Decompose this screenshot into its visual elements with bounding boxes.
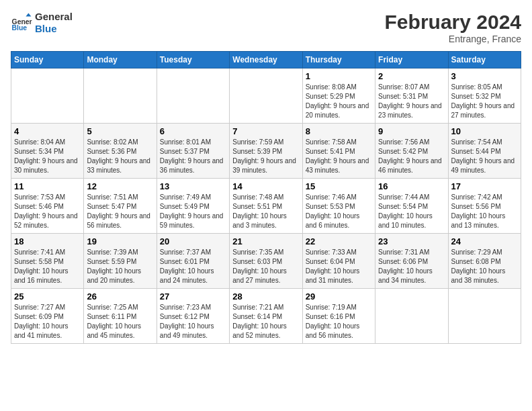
calendar-week-row: 4Sunrise: 8:04 AM Sunset: 5:34 PM Daylig…: [11, 124, 521, 179]
calendar-cell: 9Sunrise: 7:56 AM Sunset: 5:42 PM Daylig…: [375, 124, 448, 179]
calendar-cell: 12Sunrise: 7:51 AM Sunset: 5:47 PM Dayli…: [84, 179, 157, 234]
day-info: Sunrise: 7:51 AM Sunset: 5:47 PM Dayligh…: [87, 193, 153, 230]
calendar-day-header: Saturday: [448, 52, 521, 68]
day-info: Sunrise: 7:31 AM Sunset: 6:06 PM Dayligh…: [378, 248, 445, 285]
calendar-cell: 28Sunrise: 7:21 AM Sunset: 6:14 PM Dayli…: [230, 289, 302, 344]
day-number: 10: [451, 126, 518, 136]
calendar-cell: [11, 68, 84, 124]
day-info: Sunrise: 8:08 AM Sunset: 5:29 PM Dayligh…: [306, 83, 372, 120]
day-number: 24: [451, 236, 518, 246]
day-number: 28: [232, 291, 299, 302]
day-number: 16: [378, 181, 445, 191]
day-info: Sunrise: 7:44 AM Sunset: 5:54 PM Dayligh…: [378, 193, 445, 230]
svg-marker-2: [26, 13, 31, 17]
day-info: Sunrise: 7:41 AM Sunset: 5:58 PM Dayligh…: [14, 248, 81, 285]
day-number: 1: [306, 71, 372, 81]
calendar-cell: 13Sunrise: 7:49 AM Sunset: 5:49 PM Dayli…: [157, 179, 229, 234]
calendar-cell: 17Sunrise: 7:42 AM Sunset: 5:56 PM Dayli…: [448, 179, 521, 234]
logo-blue: Blue: [35, 23, 73, 35]
day-info: Sunrise: 7:29 AM Sunset: 6:08 PM Dayligh…: [451, 248, 518, 285]
calendar-cell: 27Sunrise: 7:23 AM Sunset: 6:12 PM Dayli…: [157, 289, 229, 344]
day-info: Sunrise: 7:39 AM Sunset: 5:59 PM Dayligh…: [87, 248, 153, 285]
calendar-subtitle: Entrange, France: [385, 34, 521, 44]
calendar-cell: 26Sunrise: 7:25 AM Sunset: 6:11 PM Dayli…: [84, 289, 157, 344]
calendar-cell: 8Sunrise: 7:58 AM Sunset: 5:41 PM Daylig…: [302, 124, 375, 179]
calendar-cell: 21Sunrise: 7:35 AM Sunset: 6:03 PM Dayli…: [230, 234, 302, 289]
calendar-cell: 5Sunrise: 8:02 AM Sunset: 5:36 PM Daylig…: [84, 124, 157, 179]
day-info: Sunrise: 7:56 AM Sunset: 5:42 PM Dayligh…: [378, 138, 445, 175]
day-info: Sunrise: 7:59 AM Sunset: 5:39 PM Dayligh…: [232, 138, 299, 175]
day-info: Sunrise: 7:23 AM Sunset: 6:12 PM Dayligh…: [160, 303, 226, 340]
day-number: 26: [87, 291, 153, 302]
calendar-week-row: 18Sunrise: 7:41 AM Sunset: 5:58 PM Dayli…: [11, 234, 521, 289]
calendar-week-row: 11Sunrise: 7:53 AM Sunset: 5:46 PM Dayli…: [11, 179, 521, 234]
day-info: Sunrise: 7:53 AM Sunset: 5:46 PM Dayligh…: [14, 193, 81, 230]
day-number: 14: [232, 181, 299, 191]
day-number: 18: [14, 236, 81, 246]
day-info: Sunrise: 7:33 AM Sunset: 6:04 PM Dayligh…: [306, 248, 372, 285]
calendar-table: SundayMondayTuesdayWednesdayThursdayFrid…: [11, 51, 521, 344]
day-info: Sunrise: 7:21 AM Sunset: 6:14 PM Dayligh…: [232, 303, 299, 340]
day-number: 15: [306, 181, 372, 191]
calendar-cell: 29Sunrise: 7:19 AM Sunset: 6:16 PM Dayli…: [302, 289, 375, 344]
day-number: 25: [14, 291, 81, 302]
day-number: 5: [87, 126, 153, 136]
day-number: 22: [306, 236, 372, 246]
day-number: 20: [160, 236, 226, 246]
day-info: Sunrise: 7:25 AM Sunset: 6:11 PM Dayligh…: [87, 303, 153, 340]
page-header: General Blue General Blue February 2024 …: [11, 11, 521, 44]
calendar-day-header: Sunday: [11, 52, 84, 68]
calendar-cell: 24Sunrise: 7:29 AM Sunset: 6:08 PM Dayli…: [448, 234, 521, 289]
day-number: 3: [451, 71, 518, 81]
calendar-week-row: 25Sunrise: 7:27 AM Sunset: 6:09 PM Dayli…: [11, 289, 521, 344]
calendar-cell: [230, 68, 302, 124]
calendar-cell: 11Sunrise: 7:53 AM Sunset: 5:46 PM Dayli…: [11, 179, 84, 234]
day-number: 7: [232, 126, 299, 136]
day-number: 2: [378, 71, 445, 81]
day-number: 21: [232, 236, 299, 246]
day-info: Sunrise: 8:07 AM Sunset: 5:31 PM Dayligh…: [378, 83, 445, 120]
calendar-cell: 6Sunrise: 8:01 AM Sunset: 5:37 PM Daylig…: [157, 124, 229, 179]
calendar-day-header: Tuesday: [157, 52, 229, 68]
logo-general: General: [35, 11, 73, 23]
day-info: Sunrise: 7:48 AM Sunset: 5:51 PM Dayligh…: [232, 193, 299, 230]
day-info: Sunrise: 7:42 AM Sunset: 5:56 PM Dayligh…: [451, 193, 518, 230]
day-number: 27: [160, 291, 226, 302]
calendar-cell: [157, 68, 229, 124]
day-number: 29: [306, 291, 372, 302]
calendar-day-header: Friday: [375, 52, 448, 68]
calendar-day-header: Monday: [84, 52, 157, 68]
logo: General Blue General Blue: [11, 11, 73, 35]
svg-text:Blue: Blue: [12, 24, 28, 32]
day-number: 12: [87, 181, 153, 191]
calendar-cell: 10Sunrise: 7:54 AM Sunset: 5:44 PM Dayli…: [448, 124, 521, 179]
day-number: 8: [306, 126, 372, 136]
day-number: 19: [87, 236, 153, 246]
day-info: Sunrise: 8:04 AM Sunset: 5:34 PM Dayligh…: [14, 138, 81, 175]
calendar-cell: 20Sunrise: 7:37 AM Sunset: 6:01 PM Dayli…: [157, 234, 229, 289]
calendar-cell: 4Sunrise: 8:04 AM Sunset: 5:34 PM Daylig…: [11, 124, 84, 179]
calendar-cell: 25Sunrise: 7:27 AM Sunset: 6:09 PM Dayli…: [11, 289, 84, 344]
calendar-week-row: 1Sunrise: 8:08 AM Sunset: 5:29 PM Daylig…: [11, 68, 521, 124]
calendar-cell: 23Sunrise: 7:31 AM Sunset: 6:06 PM Dayli…: [375, 234, 448, 289]
calendar-cell: 1Sunrise: 8:08 AM Sunset: 5:29 PM Daylig…: [302, 68, 375, 124]
logo-icon: General Blue: [11, 12, 32, 34]
calendar-cell: 16Sunrise: 7:44 AM Sunset: 5:54 PM Dayli…: [375, 179, 448, 234]
calendar-cell: [375, 289, 448, 344]
calendar-day-header: Wednesday: [230, 52, 302, 68]
day-info: Sunrise: 7:27 AM Sunset: 6:09 PM Dayligh…: [14, 303, 81, 340]
calendar-cell: 2Sunrise: 8:07 AM Sunset: 5:31 PM Daylig…: [375, 68, 448, 124]
calendar-cell: [448, 289, 521, 344]
calendar-cell: [84, 68, 157, 124]
calendar-day-header: Thursday: [302, 52, 375, 68]
day-info: Sunrise: 7:54 AM Sunset: 5:44 PM Dayligh…: [451, 138, 518, 175]
day-info: Sunrise: 7:35 AM Sunset: 6:03 PM Dayligh…: [232, 248, 299, 285]
calendar-cell: 7Sunrise: 7:59 AM Sunset: 5:39 PM Daylig…: [230, 124, 302, 179]
day-number: 6: [160, 126, 226, 136]
day-info: Sunrise: 8:05 AM Sunset: 5:32 PM Dayligh…: [451, 83, 518, 120]
calendar-header-row: SundayMondayTuesdayWednesdayThursdayFrid…: [11, 52, 521, 68]
day-number: 23: [378, 236, 445, 246]
day-number: 9: [378, 126, 445, 136]
title-block: February 2024 Entrange, France: [385, 11, 521, 44]
day-info: Sunrise: 7:49 AM Sunset: 5:49 PM Dayligh…: [160, 193, 226, 230]
